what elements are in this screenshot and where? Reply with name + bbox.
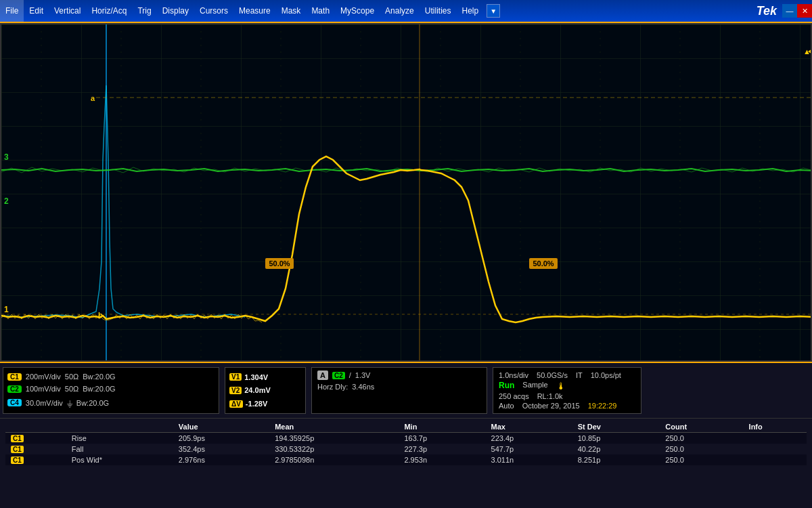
row-badge: C1 (5, 433, 66, 444)
row-min: 163.7p (399, 433, 485, 444)
menu-edit[interactable]: Edit (24, 0, 49, 22)
row-value: 2.976ns (173, 454, 269, 465)
svg-text:b: b (98, 311, 103, 319)
table-header-row: Value Mean Min Max St Dev Count Info (5, 421, 807, 433)
measurements-table: Value Mean Min Max St Dev Count Info C1 … (5, 421, 807, 465)
col-header-max: Max (486, 421, 572, 433)
thermometer-icon: 🌡 (556, 381, 566, 391)
menu-math[interactable]: Math (306, 0, 335, 22)
dropdown-btn[interactable]: ▼ (487, 4, 500, 18)
ch1-impedance: 50Ω (65, 373, 78, 381)
row-info (744, 433, 807, 444)
v1-label: V1 (229, 373, 242, 381)
ch4-badge: C4 (7, 399, 22, 406)
row-name: Pos Wid* (66, 454, 173, 465)
menu-help[interactable]: Help (456, 0, 484, 22)
horz-dly-row: Horz Dly: 3.46ns (317, 383, 374, 391)
ch2-scale: 100mV/div (26, 385, 61, 393)
minimize-button[interactable]: — (782, 4, 797, 18)
acqs-row: 250 acqs RL:1.0k (499, 392, 635, 400)
close-button[interactable]: ✕ (797, 4, 812, 18)
ch2-badge: C2 (7, 385, 22, 393)
menu-trig[interactable]: Trig (132, 0, 156, 22)
row-mean: 330.53322p (269, 444, 399, 454)
menu-mask[interactable]: Mask (276, 0, 307, 22)
title-bar: File Edit Vertical Horiz/Acq Trig Displa… (0, 0, 812, 23)
auto-label: Auto (499, 402, 514, 410)
ch4-impedance: ⏚ (67, 398, 72, 408)
menu-myscope[interactable]: MyScope (335, 0, 380, 22)
ch4-bw: Bw:20.0G (76, 399, 109, 407)
row-max: 3.011n (486, 454, 572, 465)
row-stdev: 40.22p (572, 444, 660, 454)
row-max: 547.7p (486, 444, 572, 454)
ch1-info-row: C1 200mV/div 50Ω Bw:20.0G (7, 373, 215, 381)
it-label: IT (576, 371, 583, 379)
trigger-settings-row: A C2 / 1.3V (317, 371, 370, 380)
channel-info-bar: C1 200mV/div 50Ω Bw:20.0G C2 100mV/div 5… (0, 363, 812, 419)
row-info (744, 454, 807, 465)
row-stdev: 10.85p (572, 433, 660, 444)
timebase-value: 1.0ns/div (499, 371, 528, 379)
trigger-slope-icon: / (349, 371, 351, 379)
row-badge: C1 (5, 444, 66, 454)
pts-label: 10.0ps/pt (591, 371, 621, 379)
trigger-panel: A C2 / 1.3V Horz Dly: 3.46ns (311, 367, 487, 414)
row-stdev: 8.251p (572, 454, 660, 465)
v2-row: V2 24.0mV (229, 386, 301, 394)
horz-dly-label: Horz Dly: (317, 383, 348, 391)
acq-mode: Sample (522, 381, 547, 391)
menu-measure[interactable]: Measure (233, 0, 276, 22)
v1-value: 1.304V (244, 373, 268, 381)
col-header-channel (5, 421, 66, 433)
col-header-count: Count (660, 421, 743, 433)
col-header-value: Value (173, 421, 269, 433)
measurements-table-area: Value Mean Min Max St Dev Count Info C1 … (0, 419, 812, 508)
svg-text:3: 3 (4, 152, 9, 162)
menu-file[interactable]: File (0, 0, 24, 22)
ch4-info-row: C4 30.0mV/div ⏚ Bw:20.0G (7, 398, 215, 408)
channel-settings-panel: C1 200mV/div 50Ω Bw:20.0G C2 100mV/div 5… (3, 367, 219, 414)
menu-cursors[interactable]: Cursors (194, 0, 233, 22)
v1-row: V1 1.304V (229, 373, 301, 381)
row-min: 2.953n (399, 454, 485, 465)
menu-horiz-acq[interactable]: Horiz/Acq (86, 0, 132, 22)
menu-display[interactable]: Display (157, 0, 194, 22)
tek-logo: Tek (757, 4, 777, 18)
ch2-impedance: 50Ω (65, 385, 78, 393)
col-header-name (66, 421, 173, 433)
col-header-mean: Mean (269, 421, 399, 433)
run-status: Run (499, 381, 514, 391)
table-row: C1 Rise 205.9ps 194.35925p 163.7p 223.4p… (5, 433, 807, 444)
menu-utilities[interactable]: Utilities (420, 0, 457, 22)
col-header-info: Info (744, 421, 807, 433)
trigger-level: 1.3V (355, 371, 371, 379)
row-min: 227.3p (399, 444, 485, 454)
menu-vertical[interactable]: Vertical (49, 0, 86, 22)
timebase-row: 1.0ns/div 50.0GS/s IT 10.0ps/pt (499, 371, 635, 379)
ch2-bw: Bw:20.0G (83, 385, 115, 393)
svg-text:50.0%: 50.0% (269, 259, 290, 268)
trigger-ch2-badge: C2 (332, 372, 345, 379)
row-count: 250.0 (660, 454, 743, 465)
svg-rect-4 (1, 24, 811, 360)
v2-value: 24.0mV (244, 386, 271, 394)
run-row: Run Sample 🌡 (499, 381, 635, 391)
row-value: 205.9ps (173, 433, 269, 444)
sample-rate: 50.0GS/s (537, 371, 568, 379)
menu-analyze[interactable]: Analyze (380, 0, 420, 22)
svg-text:▲: ▲ (803, 47, 811, 56)
row-badge: C1 (5, 454, 66, 465)
acqs-count: 250 acqs (499, 392, 529, 400)
ch2-info-row: C2 100mV/div 50Ω Bw:20.0G (7, 385, 215, 393)
svg-text:a: a (91, 94, 95, 102)
col-header-min: Min (399, 421, 485, 433)
rl-value: RL:1.0k (537, 392, 563, 400)
svg-text:50.0%: 50.0% (533, 259, 554, 268)
row-count: 250.0 (660, 444, 743, 454)
row-name: Rise (66, 433, 173, 444)
table-row: C1 Pos Wid* 2.976ns 2.9785098n 2.953n 3.… (5, 454, 807, 465)
ch4-scale: 30.0mV/div (26, 399, 63, 407)
dropdown-arrow-icon: ▼ (490, 7, 497, 15)
horz-dly-value: 3.46ns (352, 383, 374, 391)
